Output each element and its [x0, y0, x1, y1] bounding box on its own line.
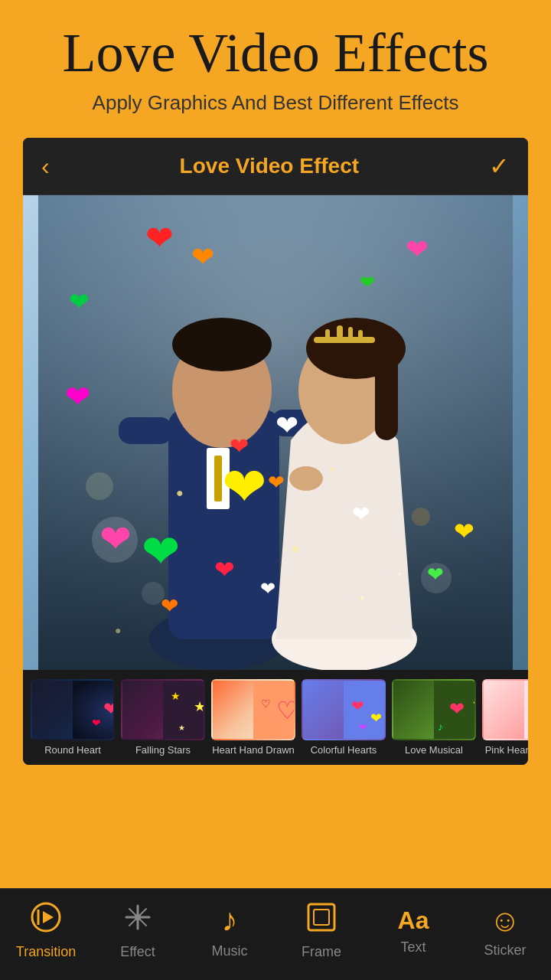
svg-rect-51	[524, 681, 528, 740]
svg-text:❤: ❤	[370, 710, 382, 726]
effect-label-4: Colorful Hearts	[302, 744, 386, 756]
svg-text:❤: ❤	[351, 697, 364, 714]
effect-thumb-falling-stars[interactable]: ★ ★ ★ ★ ★ Falling Stars	[121, 679, 205, 756]
svg-rect-8	[119, 417, 172, 444]
effect-thumb-love-musical[interactable]: ❤ ♪ ❤ ♪ Love Musical	[392, 679, 476, 756]
effect-label: Effect	[120, 944, 155, 960]
svg-rect-18	[348, 327, 353, 338]
svg-point-20	[289, 466, 323, 491]
svg-rect-15	[314, 337, 375, 343]
svg-rect-14	[375, 348, 398, 440]
svg-marker-58	[43, 911, 54, 923]
bottom-nav: Transition Effect ♪ Music Frame Aa Te	[0, 888, 551, 980]
effect-label-5: Love Musical	[392, 744, 476, 756]
svg-rect-65	[308, 904, 334, 930]
svg-point-25	[86, 472, 113, 500]
transition-icon	[31, 902, 61, 939]
effect-label-3: Heart Hand Drawn	[211, 744, 295, 756]
svg-point-22	[421, 563, 452, 593]
sticker-label: Sticker	[484, 942, 526, 959]
effect-preview-2: ★ ★ ★ ★ ★	[121, 679, 205, 740]
effect-preview-5: ❤ ♪ ❤ ♪	[392, 679, 476, 740]
editor-title: Love Video Effect	[180, 154, 359, 178]
nav-item-transition[interactable]: Transition	[15, 902, 77, 960]
effect-label-1: Round Heart	[31, 744, 115, 756]
svg-text:★: ★	[194, 699, 205, 714]
text-icon: Aa	[398, 906, 429, 935]
svg-text:★: ★	[171, 690, 181, 702]
couple-background: ❤ ❤ ❤ ❤ ❤ ❤ ❤ ❤ ❤ ❤ ❤	[23, 195, 528, 670]
transition-label: Transition	[16, 944, 76, 960]
back-button[interactable]: ‹	[41, 152, 50, 181]
effect-preview-4: ❤ ❤ ❤ ❤ ❤	[302, 679, 386, 740]
effect-label-2: Falling Stars	[121, 744, 205, 756]
svg-text:❤: ❤	[103, 698, 115, 719]
nav-item-text[interactable]: Aa Text	[383, 906, 444, 956]
app-title: Love Video Effects	[15, 23, 536, 83]
svg-rect-66	[314, 910, 329, 925]
video-preview: ❤ ❤ ❤ ❤ ❤ ❤ ❤ ❤ ❤ ❤ ❤	[23, 195, 528, 670]
nav-item-effect[interactable]: Effect	[107, 902, 168, 960]
svg-text:♡: ♡	[261, 697, 271, 710]
effect-preview-3: ♡ ♡ ♡	[211, 679, 295, 740]
effect-icon	[122, 902, 153, 939]
svg-point-64	[135, 914, 141, 920]
svg-rect-19	[358, 330, 363, 338]
confirm-button[interactable]: ✓	[489, 152, 510, 181]
svg-point-23	[142, 582, 165, 605]
frame-icon	[306, 902, 337, 939]
nav-item-music[interactable]: ♪ Music	[199, 902, 260, 959]
svg-text:★: ★	[178, 724, 185, 732]
sticker-icon: ☺	[490, 903, 521, 938]
app-header: Love Video Effects Apply Graphics And Be…	[0, 0, 551, 130]
text-label: Text	[400, 939, 425, 956]
svg-text:♡: ♡	[276, 697, 295, 724]
effect-thumb-round-heart[interactable]: ❤ ❤ ❤ Round Heart	[31, 679, 115, 756]
app-subtitle: Apply Graphics And Best Different Effect…	[15, 91, 536, 115]
nav-item-frame[interactable]: Frame	[291, 902, 352, 960]
svg-rect-7	[214, 456, 222, 501]
svg-point-5	[172, 318, 272, 371]
svg-text:❤: ❤	[449, 698, 465, 719]
svg-text:♪: ♪	[438, 720, 443, 733]
effect-thumb-pink-heart-falling[interactable]: ❤ ❤ ❤ ❤ ❤ Pink Heart Falling	[482, 679, 528, 756]
nav-item-sticker[interactable]: ☺ Sticker	[474, 903, 536, 959]
svg-text:♪: ♪	[472, 691, 476, 707]
music-icon: ♪	[222, 902, 238, 939]
effect-preview-1: ❤ ❤ ❤	[31, 679, 115, 740]
title-bar: ‹ Love Video Effect ✓	[23, 138, 528, 195]
music-label: Music	[211, 943, 247, 959]
effect-preview-6: ❤ ❤ ❤ ❤ ❤	[482, 679, 528, 740]
effect-thumb-colorful-hearts[interactable]: ❤ ❤ ❤ ❤ ❤ Colorful Hearts	[302, 679, 386, 756]
effect-thumb-heart-hand-drawn[interactable]: ♡ ♡ ♡ Heart Hand Drawn	[211, 679, 295, 756]
svg-point-21	[92, 517, 138, 563]
effects-strip: ❤ ❤ ❤ Round Heart ★ ★ ★ ★ ★ Falling Star…	[23, 670, 528, 765]
svg-point-24	[412, 508, 430, 526]
editor-container: ‹ Love Video Effect ✓	[23, 138, 528, 765]
svg-text:❤: ❤	[359, 722, 367, 733]
effect-label-6: Pink Heart Falling	[482, 744, 528, 756]
frame-label: Frame	[302, 944, 341, 960]
svg-rect-17	[337, 325, 343, 338]
svg-text:❤: ❤	[92, 717, 101, 729]
svg-rect-16	[325, 329, 330, 338]
